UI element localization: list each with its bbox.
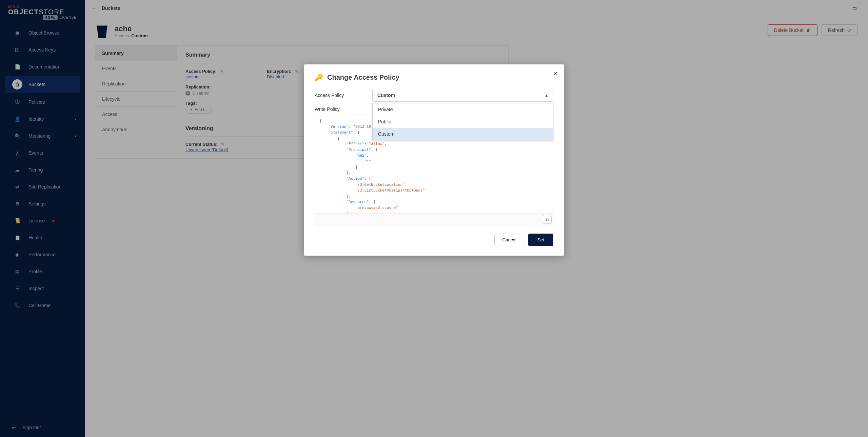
modal-close-button[interactable]: ✕ bbox=[553, 71, 557, 77]
set-button[interactable]: Set bbox=[528, 234, 553, 246]
chevron-up-icon: ▲ bbox=[545, 94, 548, 97]
modal-title-text: Change Access Policy bbox=[327, 74, 399, 81]
access-policy-select[interactable]: Custom ▲ bbox=[372, 89, 553, 102]
modal-actions: Cancel Set bbox=[315, 234, 553, 246]
modal-overlay[interactable]: ✕ 🔑 Change Access Policy Access Policy C… bbox=[0, 0, 868, 437]
modal-title: 🔑 Change Access Policy bbox=[315, 73, 553, 81]
modal-row-access-policy: Access Policy Custom ▲ Private Public Cu… bbox=[315, 89, 553, 102]
modal-access-policy-label: Access Policy bbox=[315, 93, 372, 98]
dropdown-option-custom[interactable]: Custom bbox=[373, 128, 553, 140]
dropdown-option-private[interactable]: Private bbox=[373, 103, 553, 116]
change-access-policy-modal: ✕ 🔑 Change Access Policy Access Policy C… bbox=[304, 64, 564, 256]
modal-write-policy-label: Write Policy bbox=[315, 106, 372, 112]
copy-policy-button[interactable]: ⧉ bbox=[543, 215, 552, 224]
key-icon: 🔑 bbox=[315, 73, 323, 81]
copy-icon: ⧉ bbox=[546, 217, 549, 222]
access-policy-dropdown: Private Public Custom bbox=[372, 103, 553, 140]
dropdown-option-public[interactable]: Public bbox=[373, 116, 553, 128]
code-footer: ⧉ bbox=[315, 213, 553, 225]
cancel-button[interactable]: Cancel bbox=[494, 234, 524, 246]
access-policy-selected-value: Custom bbox=[377, 93, 395, 98]
